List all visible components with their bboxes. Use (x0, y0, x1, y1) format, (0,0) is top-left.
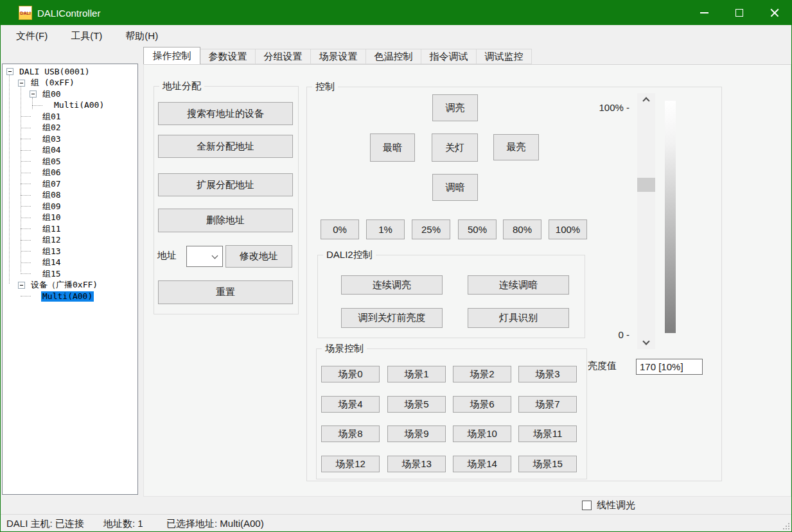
scene-button-1[interactable]: 场景1 (387, 366, 446, 382)
min-brightness-button[interactable]: 最暗 (370, 133, 415, 162)
percent-button-100[interactable]: 100% (549, 219, 587, 239)
tab-2[interactable]: 分组设置 (256, 49, 311, 64)
tree-item[interactable]: 组00 (3, 89, 137, 100)
percent-button-25[interactable]: 25% (412, 219, 450, 239)
scene-button-10[interactable]: 场景10 (453, 425, 511, 442)
tree-item[interactable]: Multi(A00) (3, 100, 137, 112)
scene-button-3[interactable]: 场景3 (518, 366, 577, 382)
tree-item[interactable]: 组15 (3, 268, 137, 280)
tree-item-label[interactable]: 组06 (41, 167, 62, 178)
scene-button-9[interactable]: 场景9 (387, 425, 446, 442)
tree-item[interactable]: 组10 (3, 212, 137, 224)
tree-item[interactable]: 组07 (3, 178, 137, 190)
tree-item[interactable]: DALI USB(0001) (3, 66, 137, 78)
continuous-brighten-button[interactable]: 连续调亮 (341, 275, 443, 295)
tree-item[interactable]: 组14 (3, 257, 137, 269)
scene-button-6[interactable]: 场景6 (453, 396, 511, 413)
minimize-button[interactable] (689, 1, 719, 25)
close-button[interactable] (760, 1, 789, 25)
tree-item[interactable]: 组06 (3, 167, 137, 179)
scene-button-0[interactable]: 场景0 (321, 366, 380, 382)
tree-item[interactable]: 组12 (3, 235, 137, 246)
scrollbar-thumb[interactable] (637, 178, 655, 192)
delete-address-button[interactable]: 删除地址 (158, 209, 293, 232)
tree-item-label[interactable]: 组01 (41, 112, 62, 122)
tree-item-label[interactable]: 组14 (41, 257, 62, 268)
tree-item-label[interactable]: DALI USB(0001) (18, 67, 91, 77)
assign-new-address-button[interactable]: 全新分配地址 (158, 135, 293, 158)
brighten-button[interactable]: 调亮 (432, 94, 478, 121)
tree-item-label[interactable]: 组07 (41, 179, 62, 189)
tree-item-label[interactable]: 设备（广播0xFF) (30, 280, 99, 290)
tab-0[interactable]: 操作控制 (143, 47, 200, 64)
tab-6[interactable]: 调试监控 (477, 49, 532, 64)
scene-button-5[interactable]: 场景5 (387, 396, 446, 413)
continuous-dim-button[interactable]: 连续调暗 (468, 275, 569, 295)
tree-item-label[interactable]: 组13 (41, 246, 62, 257)
tree-item[interactable]: 设备（广播0xFF) (3, 280, 137, 291)
maximize-button[interactable] (725, 1, 754, 25)
scene-button-12[interactable]: 场景12 (321, 456, 380, 472)
lamp-identify-button[interactable]: 灯具识别 (468, 308, 569, 328)
brightness-value-field[interactable]: 170 [10%] (636, 359, 703, 375)
address-combobox[interactable] (186, 246, 223, 267)
search-addressed-devices-button[interactable]: 搜索有地址的设备 (158, 102, 293, 125)
menu-item-1[interactable]: 工具(T) (67, 29, 106, 44)
max-brightness-button[interactable]: 最亮 (493, 134, 539, 160)
tree-item[interactable]: 组05 (3, 156, 137, 167)
scene-button-15[interactable]: 场景15 (518, 456, 577, 472)
tab-5[interactable]: 指令调试 (421, 49, 477, 64)
tree-item-label[interactable]: 组00 (41, 89, 62, 99)
tab-3[interactable]: 场景设置 (311, 49, 366, 64)
percent-button-80[interactable]: 80% (503, 219, 541, 239)
tree-item-label[interactable]: 组10 (41, 212, 62, 223)
extend-assign-address-button[interactable]: 扩展分配地址 (158, 173, 293, 196)
menu-item-2[interactable]: 帮助(H) (121, 29, 162, 44)
tree-item-label[interactable]: 组08 (41, 190, 62, 200)
tree-item[interactable]: 组04 (3, 145, 137, 157)
scene-button-4[interactable]: 场景4 (321, 396, 380, 413)
tree-item[interactable]: 组08 (3, 190, 137, 202)
tab-1[interactable]: 参数设置 (200, 49, 256, 64)
tree-item-label[interactable]: 组12 (41, 235, 62, 245)
tree-collapse-icon[interactable] (18, 282, 25, 289)
restore-pre-off-brightness-button[interactable]: 调到关灯前亮度 (341, 308, 443, 328)
percent-button-0[interactable]: 0% (321, 219, 359, 239)
scene-button-8[interactable]: 场景8 (321, 425, 380, 442)
tree-item[interactable]: 组13 (3, 246, 137, 257)
tree-item-label[interactable]: 组02 (41, 123, 62, 133)
tree-item-label[interactable]: 组11 (41, 224, 62, 234)
percent-button-50[interactable]: 50% (458, 219, 497, 239)
linear-dim-checkbox[interactable] (582, 501, 592, 510)
brightness-scrollbar[interactable] (637, 93, 655, 349)
reset-button[interactable]: 重置 (158, 280, 293, 304)
tree-item-label-selected[interactable]: Multi(A00) (41, 291, 94, 302)
scene-button-2[interactable]: 场景2 (453, 366, 511, 382)
resize-grip-icon[interactable] (783, 523, 789, 529)
scene-button-11[interactable]: 场景11 (518, 425, 577, 442)
tree-item-label[interactable]: 组05 (41, 157, 62, 167)
tree-item[interactable]: 组02 (3, 123, 137, 134)
tree-item[interactable]: 组11 (3, 223, 137, 235)
tree-item-label[interactable]: Multi(A00) (53, 100, 105, 110)
tree-item[interactable]: 组01 (3, 111, 137, 123)
tree-item-label[interactable]: 组04 (41, 145, 62, 155)
percent-button-1[interactable]: 1% (366, 219, 405, 239)
tree-item-label[interactable]: 组03 (41, 134, 62, 144)
tree-item[interactable]: Multi(A00) (3, 291, 137, 302)
tree-collapse-icon[interactable] (18, 80, 25, 87)
scene-button-13[interactable]: 场景13 (387, 456, 446, 472)
tab-4[interactable]: 色温控制 (366, 49, 421, 64)
modify-address-button[interactable]: 修改地址 (225, 245, 292, 268)
tree-item[interactable]: 组 (0xFF) (3, 78, 137, 89)
scene-button-7[interactable]: 场景7 (518, 396, 577, 413)
scene-button-14[interactable]: 场景14 (453, 456, 511, 472)
tree-item-label[interactable]: 组15 (41, 269, 62, 279)
dim-button[interactable]: 调暗 (432, 174, 478, 201)
menu-item-0[interactable]: 文件(F) (12, 29, 51, 44)
scroll-up-icon[interactable] (642, 97, 649, 104)
lamp-off-button[interactable]: 关灯 (432, 133, 478, 162)
tree-item[interactable]: 组09 (3, 201, 137, 212)
scroll-down-icon[interactable] (642, 338, 649, 345)
tree-item-label[interactable]: 组09 (41, 202, 62, 212)
